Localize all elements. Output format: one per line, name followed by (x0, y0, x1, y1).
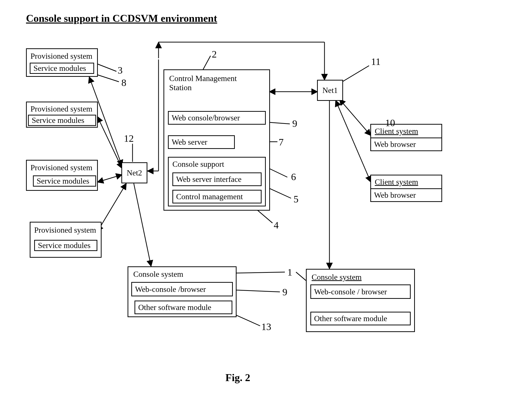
console-support-box: Console support Web server interface Con… (168, 157, 266, 206)
web-browser-box: Web browser (371, 188, 441, 201)
provisioned-system-box: Provisioned system Service modules (26, 160, 98, 191)
ref-12: 12 (124, 133, 134, 144)
service-modules-box: Service modules (28, 115, 96, 126)
client-system-box: Client system Web browser (370, 124, 442, 151)
console-support-label: Console support (172, 160, 224, 169)
console-system-label: Console system (133, 270, 183, 279)
console-system-box: Console system Web-console /browser Othe… (128, 266, 237, 317)
provisioned-system-label: Provisioned system (30, 104, 92, 113)
console-system-box: Console system Web-console / browser Oth… (306, 269, 415, 332)
web-console-browser-box: Web console/browser (168, 111, 266, 125)
ref-13: 13 (261, 321, 271, 333)
client-system-label: Client system (375, 127, 418, 136)
figure-caption: Fig. 2 (225, 372, 250, 384)
web-browser-box: Web browser (371, 138, 441, 150)
console-system-label: Console system (312, 273, 362, 282)
ref-7: 7 (279, 136, 284, 148)
cms-title: Control Management Station (169, 74, 243, 92)
provisioned-system-label: Provisioned system (30, 52, 92, 61)
client-system-label: Client system (375, 177, 418, 187)
provisioned-system-label: Provisioned system (34, 225, 96, 235)
web-server-box: Web server (168, 135, 235, 149)
other-software-module-box: Other software module (310, 312, 411, 325)
ref-9: 9 (282, 286, 287, 298)
web-console-browser-box: Web-console /browser (131, 282, 233, 296)
web-server-interface-box: Web server interface (172, 172, 262, 186)
other-software-module-box: Other software module (134, 301, 232, 314)
ref-6: 6 (291, 171, 296, 183)
provisioned-system-box: Provisioned system Service modules (26, 48, 98, 77)
ref-3: 3 (118, 64, 123, 76)
web-console-browser-box: Web-console / browser (310, 284, 411, 299)
client-system-box: Client system Web browser (370, 175, 442, 202)
control-management-box: Control management (172, 190, 262, 203)
provisioned-system-label: Provisioned system (30, 163, 92, 172)
service-modules-box: Service modules (34, 240, 97, 251)
ref-1: 1 (287, 266, 292, 278)
ref-2: 2 (212, 48, 217, 60)
provisioned-system-box: Provisioned system Service modules (30, 222, 102, 258)
service-modules-box: Service modules (33, 175, 96, 187)
net2-box: Net2 (121, 162, 147, 183)
ref-4: 4 (274, 219, 279, 231)
control-management-station-box: Control Management Station Web console/b… (163, 69, 270, 211)
net1-box: Net1 (317, 80, 343, 101)
ref-10: 10 (385, 117, 395, 129)
provisioned-system-box: Provisioned system Service modules (26, 102, 98, 128)
ref-5: 5 (294, 193, 298, 205)
ref-8: 8 (121, 77, 126, 88)
service-modules-box: Service modules (30, 63, 94, 74)
ref-9: 9 (292, 118, 297, 129)
ref-11: 11 (371, 56, 381, 67)
